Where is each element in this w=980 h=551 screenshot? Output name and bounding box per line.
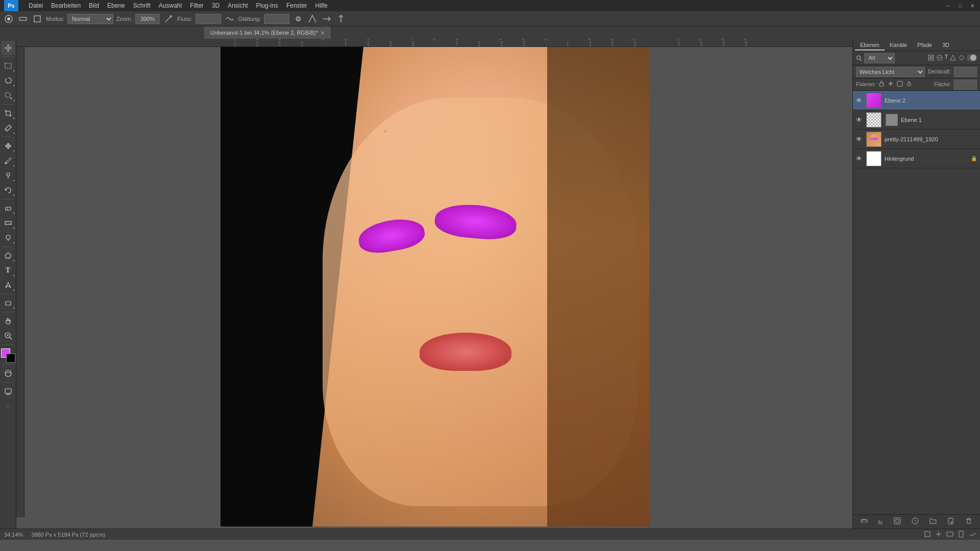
new-group-button[interactable] bbox=[927, 516, 939, 527]
blend-mode-dropdown[interactable]: Weiches Licht bbox=[856, 67, 925, 77]
crop-tool[interactable]: ▾ bbox=[1, 106, 15, 120]
menu-item-schrift[interactable]: Schrift bbox=[133, 2, 151, 9]
add-mask-button[interactable] bbox=[892, 516, 903, 527]
healing-brush-tool[interactable]: ▾ bbox=[1, 139, 15, 153]
lock-artboard-icon[interactable] bbox=[897, 81, 903, 88]
screen-mode-button[interactable] bbox=[1, 384, 15, 398]
angle-icon[interactable] bbox=[307, 13, 318, 24]
layer-item-ebene1[interactable]: 👁 Ebene 1 bbox=[853, 110, 980, 130]
minimize-button[interactable]: ─ bbox=[944, 2, 951, 9]
menu-item-hilfe[interactable]: Hilfe bbox=[315, 2, 328, 9]
visibility-hintergrund[interactable]: 👁 bbox=[856, 155, 863, 162]
move-tool[interactable] bbox=[1, 41, 15, 55]
opacity-label: Deckkraft: bbox=[928, 69, 951, 74]
filter-adjustment-icon[interactable] bbox=[936, 54, 943, 62]
delete-layer-button[interactable] bbox=[963, 516, 974, 527]
rectangular-marquee-tool[interactable]: ▾ bbox=[1, 59, 15, 73]
color-boxes[interactable] bbox=[1, 348, 15, 363]
filter-pixel-icon[interactable] bbox=[927, 54, 935, 62]
menu-item-plugins[interactable]: Plug-ins bbox=[256, 2, 278, 9]
lock-all-icon[interactable] bbox=[906, 81, 912, 88]
svg-point-1 bbox=[7, 17, 10, 20]
svg-rect-22 bbox=[897, 81, 902, 86]
more-tools-button[interactable]: ··· bbox=[1, 399, 15, 413]
hand-tool[interactable] bbox=[1, 314, 15, 328]
zoom-input[interactable] bbox=[135, 14, 160, 24]
lock-position-icon[interactable] bbox=[888, 81, 894, 88]
visibility-ebene2[interactable]: 👁 bbox=[856, 97, 863, 104]
pen-tool[interactable]: ▾ bbox=[1, 248, 15, 263]
symmetry-icon[interactable] bbox=[335, 13, 347, 24]
airbrush-icon[interactable] bbox=[163, 13, 174, 24]
lasso-tool[interactable]: ▾ bbox=[1, 73, 15, 88]
blend-mode-select[interactable]: Normal bbox=[67, 14, 113, 24]
lock-pixels-icon[interactable] bbox=[878, 81, 885, 88]
maximize-button[interactable]: □ bbox=[957, 2, 964, 9]
layer-type-filter[interactable]: Art bbox=[864, 53, 895, 63]
menu-item-bild[interactable]: Bild bbox=[89, 2, 99, 9]
link-layers-button[interactable] bbox=[859, 516, 870, 527]
filter-toggle[interactable] bbox=[967, 54, 977, 61]
status-bar-icon-4[interactable] bbox=[958, 531, 965, 539]
document-tab[interactable]: Unbenannt-1 bei 34,1% (Ebene 2, RGB/8)* … bbox=[204, 27, 331, 39]
brush-tool-option-icon[interactable] bbox=[3, 13, 14, 24]
shape-tool[interactable]: ▾ bbox=[1, 296, 15, 310]
status-bar-icon-1[interactable] bbox=[924, 531, 931, 539]
tab-channels[interactable]: Kanäle bbox=[885, 40, 912, 51]
menu-item-ansicht[interactable]: Ansicht bbox=[228, 2, 248, 9]
status-bar-icon-3[interactable] bbox=[946, 531, 953, 539]
menu-item-bearbeiten[interactable]: Bearbeiten bbox=[51, 2, 81, 9]
layer-name-photo: pretty-2111499_1920 bbox=[885, 136, 977, 142]
svg-rect-19 bbox=[929, 56, 933, 59]
history-brush-tool[interactable]: ▾ bbox=[1, 183, 15, 197]
flow-icon[interactable] bbox=[224, 13, 235, 24]
pressure-icon[interactable] bbox=[321, 13, 332, 24]
flow-input[interactable]: 40% bbox=[195, 14, 221, 24]
eyedropper-tool[interactable]: ▾ bbox=[1, 121, 15, 135]
menu-item-filter[interactable]: Filter bbox=[190, 2, 204, 9]
smooth-input[interactable]: 0% bbox=[264, 14, 289, 24]
menu-item-fenster[interactable]: Fenster bbox=[286, 2, 307, 9]
zoom-tool[interactable] bbox=[1, 329, 15, 343]
quick-select-tool[interactable]: ▾ bbox=[1, 88, 15, 103]
menu-item-ebene[interactable]: Ebene bbox=[107, 2, 125, 9]
layer-item-photo[interactable]: 👁 pretty-2111499_1920 bbox=[853, 130, 980, 149]
brush-tool[interactable]: ▾ bbox=[1, 154, 15, 168]
close-window-button[interactable]: ✕ bbox=[969, 2, 976, 9]
opacity-input[interactable]: 100% bbox=[954, 67, 977, 77]
svg-rect-32 bbox=[947, 532, 953, 536]
gradient-tool[interactable]: ▾ bbox=[1, 216, 15, 230]
quick-mask-button[interactable] bbox=[1, 366, 15, 381]
brush-size-icon[interactable] bbox=[17, 13, 29, 24]
filter-type-icon[interactable]: T bbox=[945, 54, 948, 62]
visibility-photo[interactable]: 👁 bbox=[856, 136, 863, 143]
filter-shape-icon[interactable] bbox=[949, 54, 957, 62]
status-bar-icon-5[interactable] bbox=[969, 531, 976, 539]
tab-paths[interactable]: Pfade bbox=[912, 40, 937, 51]
new-layer-button[interactable] bbox=[945, 516, 957, 527]
tab-3d[interactable]: 3D bbox=[937, 40, 954, 51]
clone-stamp-tool[interactable]: ▾ bbox=[1, 168, 15, 183]
svg-point-4 bbox=[170, 15, 172, 17]
path-selection-tool[interactable]: ▾ bbox=[1, 278, 15, 292]
layer-item-hintergrund[interactable]: 👁 Hintergrund 🔒 bbox=[853, 149, 980, 168]
add-adjustment-button[interactable] bbox=[910, 516, 921, 527]
menu-item-auswahl[interactable]: Auswahl bbox=[159, 2, 182, 9]
menu-item-3d[interactable]: 3D bbox=[212, 2, 219, 9]
tab-layers[interactable]: Ebenen bbox=[855, 40, 885, 51]
type-tool[interactable]: T ▾ bbox=[1, 263, 15, 278]
background-color[interactable] bbox=[6, 354, 15, 363]
layer-item-ebene2[interactable]: 👁 Ebene 2 bbox=[853, 91, 980, 110]
visibility-ebene1[interactable]: 👁 bbox=[856, 116, 863, 123]
fill-input[interactable]: 100% bbox=[954, 80, 977, 90]
eraser-tool[interactable]: ▾ bbox=[1, 201, 15, 215]
document-close-button[interactable]: ✕ bbox=[321, 30, 325, 36]
dodge-tool[interactable]: ▾ bbox=[1, 231, 15, 245]
brush-hardness-icon[interactable] bbox=[32, 13, 43, 24]
filter-smart-icon[interactable] bbox=[958, 54, 965, 62]
status-bar-icon-2[interactable] bbox=[935, 531, 942, 539]
add-fx-button[interactable]: fx bbox=[876, 517, 885, 527]
menu-item-datei[interactable]: Datei bbox=[29, 2, 43, 9]
layer-thumb-ebene2 bbox=[866, 93, 881, 108]
settings-icon[interactable]: ⚙ bbox=[292, 13, 304, 24]
